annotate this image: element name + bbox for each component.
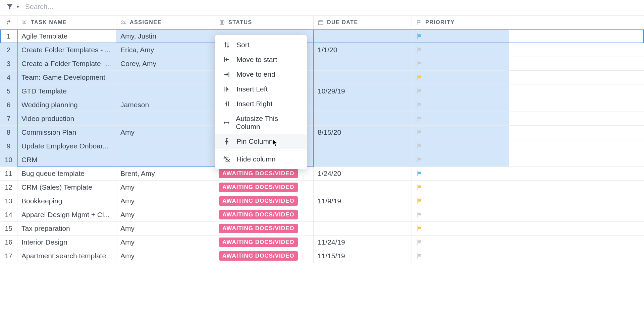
priority-cell[interactable] (412, 71, 509, 84)
task-name-cell[interactable]: Apparel Design Mgmt + Cl... (17, 208, 116, 221)
assignee-cell[interactable] (116, 153, 215, 166)
task-name-cell[interactable]: Bug queue template (17, 167, 116, 180)
due-date-cell[interactable] (314, 181, 412, 194)
task-name-cell[interactable]: Create a Folder Template -... (17, 57, 116, 70)
task-name-cell[interactable]: GTD Template (17, 84, 116, 98)
status-cell[interactable]: AWAITING DOCS/VIDEO (215, 249, 314, 263)
menu-item-hide-column[interactable]: Hide column (215, 152, 307, 166)
table-row[interactable]: 9 Update Employee Onboar... (0, 139, 644, 153)
status-cell[interactable]: AWAITING DOCS/VIDEO (215, 181, 314, 194)
assignee-cell[interactable]: Amy (116, 236, 215, 249)
column-header-assignee[interactable]: ASSIGNEE (116, 16, 215, 29)
priority-cell[interactable] (412, 112, 509, 125)
task-name-cell[interactable]: Team: Game Development (17, 71, 116, 84)
due-date-cell[interactable] (314, 112, 412, 125)
status-cell[interactable]: AWAITING DOCS/VIDEO (215, 236, 314, 249)
task-name-cell[interactable]: Agile Template (17, 29, 116, 43)
menu-item-sort[interactable]: Sort (215, 38, 307, 52)
table-row[interactable]: 8 Commission Plan Amy 8/15/20 (0, 126, 644, 139)
status-cell[interactable]: AWAITING DOCS/VIDEO (215, 194, 314, 208)
due-date-cell[interactable]: 8/15/20 (314, 126, 412, 139)
assignee-cell[interactable] (116, 112, 215, 125)
menu-item-insert-right[interactable]: Insert Right (215, 96, 307, 111)
table-row[interactable]: 13 Bookkeeping Amy AWAITING DOCS/VIDEO 1… (0, 194, 644, 208)
task-name-cell[interactable]: Apartment search template (17, 249, 116, 263)
assignee-cell[interactable]: Amy (116, 222, 215, 235)
due-date-cell[interactable] (314, 139, 412, 153)
table-row[interactable]: 2 Create Folder Templates - ... Erica, A… (0, 43, 644, 57)
table-row[interactable]: 14 Apparel Design Mgmt + Cl... Amy AWAIT… (0, 208, 644, 222)
column-header-priority[interactable]: PRIORITY (412, 16, 509, 29)
due-date-cell[interactable] (314, 98, 412, 112)
due-date-cell[interactable] (314, 222, 412, 235)
assignee-cell[interactable] (116, 84, 215, 98)
assignee-cell[interactable]: Erica, Amy (116, 43, 215, 57)
priority-cell[interactable] (412, 43, 509, 57)
priority-cell[interactable] (412, 126, 509, 139)
assignee-cell[interactable] (116, 71, 215, 84)
task-name-cell[interactable]: Interior Design (17, 236, 116, 249)
assignee-cell[interactable]: Amy (116, 126, 215, 139)
column-header-status[interactable]: STATUS (215, 16, 314, 29)
assignee-cell[interactable]: Brent, Amy (116, 167, 215, 180)
menu-item-move-end[interactable]: Move to end (215, 67, 307, 82)
assignee-cell[interactable]: Amy (116, 208, 215, 221)
priority-cell[interactable] (412, 208, 509, 221)
due-date-cell[interactable]: 11/24/19 (314, 236, 412, 249)
table-row[interactable]: 6 Wedding planning Jameson (0, 98, 644, 112)
due-date-cell[interactable]: 1/1/20 (314, 43, 412, 57)
table-row[interactable]: 4 Team: Game Development (0, 71, 644, 84)
assignee-cell[interactable] (116, 139, 215, 153)
table-row[interactable]: 7 Video production (0, 112, 644, 126)
table-row[interactable]: 10 CRM (0, 153, 644, 167)
priority-cell[interactable] (412, 153, 509, 166)
column-header-number[interactable]: # (0, 16, 17, 29)
table-row[interactable]: 12 CRM (Sales) Template Amy AWAITING DOC… (0, 181, 644, 194)
search-input[interactable] (25, 3, 113, 11)
column-header-due-date[interactable]: DUE DATE (314, 16, 412, 29)
priority-cell[interactable] (412, 57, 509, 70)
priority-cell[interactable] (412, 236, 509, 249)
task-name-cell[interactable]: CRM (Sales) Template (17, 181, 116, 194)
priority-cell[interactable] (412, 167, 509, 180)
menu-item-autosize[interactable]: Autosize This Column (215, 111, 307, 134)
menu-item-move-start[interactable]: Move to start (215, 52, 307, 67)
due-date-cell[interactable]: 1/24/20 (314, 167, 412, 180)
task-name-cell[interactable]: CRM (17, 153, 116, 166)
priority-cell[interactable] (412, 139, 509, 153)
assignee-cell[interactable]: Amy, Justin (116, 29, 215, 43)
assignee-cell[interactable]: Amy (116, 181, 215, 194)
due-date-cell[interactable] (314, 57, 412, 70)
menu-item-pin-column[interactable]: Pin Column (215, 134, 307, 149)
task-name-cell[interactable]: Wedding planning (17, 98, 116, 112)
status-cell[interactable]: AWAITING DOCS/VIDEO (215, 222, 314, 235)
task-name-cell[interactable]: Bookkeeping (17, 194, 116, 208)
status-cell[interactable]: AWAITING DOCS/VIDEO (215, 208, 314, 221)
table-row[interactable]: 17 Apartment search template Amy AWAITIN… (0, 249, 644, 263)
assignee-cell[interactable]: Amy (116, 249, 215, 263)
priority-cell[interactable] (412, 29, 509, 43)
table-row[interactable]: 1 Agile Template Amy, Justin (0, 29, 644, 43)
priority-cell[interactable] (412, 181, 509, 194)
task-name-cell[interactable]: Video production (17, 112, 116, 125)
table-row[interactable]: 15 Tax preparation Amy AWAITING DOCS/VID… (0, 222, 644, 236)
table-row[interactable]: 5 GTD Template 10/29/19 (0, 84, 644, 98)
due-date-cell[interactable] (314, 29, 412, 43)
task-name-cell[interactable]: Create Folder Templates - ... (17, 43, 116, 57)
task-name-cell[interactable]: Update Employee Onboar... (17, 139, 116, 153)
task-name-cell[interactable]: Commission Plan (17, 126, 116, 139)
assignee-cell[interactable]: Amy (116, 194, 215, 208)
table-row[interactable]: 16 Interior Design Amy AWAITING DOCS/VID… (0, 236, 644, 249)
chevron-down-icon[interactable]: ▾ (17, 4, 19, 9)
due-date-cell[interactable]: 11/15/19 (314, 249, 412, 263)
table-row[interactable]: 11 Bug queue template Brent, Amy AWAITIN… (0, 167, 644, 181)
assignee-cell[interactable]: Corey, Amy (116, 57, 215, 70)
priority-cell[interactable] (412, 249, 509, 263)
due-date-cell[interactable]: 11/9/19 (314, 194, 412, 208)
due-date-cell[interactable]: 10/29/19 (314, 84, 412, 98)
priority-cell[interactable] (412, 194, 509, 208)
due-date-cell[interactable] (314, 153, 412, 166)
priority-cell[interactable] (412, 84, 509, 98)
priority-cell[interactable] (412, 98, 509, 112)
priority-cell[interactable] (412, 222, 509, 235)
